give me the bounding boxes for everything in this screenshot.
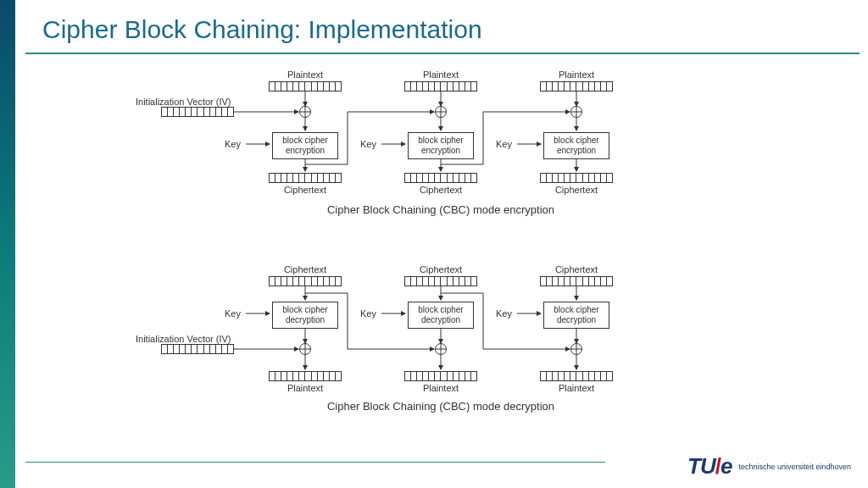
plaintext-block [269,371,342,381]
ciphertext-block [269,173,342,183]
plaintext-label: Plaintext [407,383,475,393]
xor-icon [435,343,447,355]
plaintext-block [404,81,477,92]
plaintext-label: Plaintext [407,69,475,80]
plaintext-block [540,371,613,381]
iv-label: Initialization Vector (IV) [136,97,237,107]
xor-icon [299,106,311,118]
enc-caption: Cipher Block Chaining (CBC) mode encrypt… [153,203,729,216]
ciphertext-label: Ciphertext [407,185,475,195]
ciphertext-block [269,276,342,286]
plaintext-label: Plaintext [542,383,610,393]
key-label: Key [360,139,376,149]
slide-title: Cipher Block Chaining: Implementation [42,15,482,44]
key-label: Key [360,308,376,319]
dec-caption: Cipher Block Chaining (CBC) mode decrypt… [153,400,729,413]
plaintext-label: Plaintext [542,69,610,80]
plaintext-label: Plaintext [271,69,339,80]
xor-icon [435,106,447,118]
ciphertext-label: Ciphertext [407,264,475,274]
encryption-diagram: Initialization Vector (IV) Plaintext Key… [153,68,729,229]
side-accent-bar [0,0,15,488]
xor-icon [299,343,311,355]
plaintext-block [404,371,477,381]
ciphertext-label: Ciphertext [271,185,339,195]
cipher-box: block cipher encryption [408,132,474,159]
ciphertext-label: Ciphertext [542,185,610,195]
iv-label: Initialization Vector (IV) [136,334,237,344]
cipher-box: block cipher encryption [272,132,338,159]
key-label: Key [225,139,241,149]
ciphertext-label: Ciphertext [271,264,339,274]
xor-icon [570,106,582,118]
iv-block [161,344,234,354]
ciphertext-label: Ciphertext [542,264,610,274]
iv-block [161,107,234,117]
key-label: Key [496,139,512,149]
plaintext-block [540,81,613,92]
cipher-box: block cipher decryption [543,302,609,329]
footer-logo: TU/e technische universiteit eindhoven [687,453,851,480]
cipher-box: block cipher decryption [408,302,474,329]
logo-e: e [721,453,732,479]
logo-tu: TU [687,453,715,479]
title-divider [25,53,860,54]
plaintext-block [269,81,342,92]
cipher-box: block cipher decryption [272,302,338,329]
tue-logo: TU/e [687,453,732,480]
key-label: Key [496,308,512,319]
xor-icon [570,343,582,355]
plaintext-label: Plaintext [271,383,339,393]
ciphertext-block [404,276,477,286]
university-name: technische universiteit eindhoven [738,463,851,471]
key-label: Key [225,308,241,319]
cipher-box: block cipher encryption [543,132,609,159]
decryption-diagram: Initialization Vector (IV) Ciphertext Ke… [153,263,729,424]
ciphertext-block [404,173,477,183]
ciphertext-block [540,173,613,183]
footer-divider [25,462,605,463]
ciphertext-block [540,276,613,286]
